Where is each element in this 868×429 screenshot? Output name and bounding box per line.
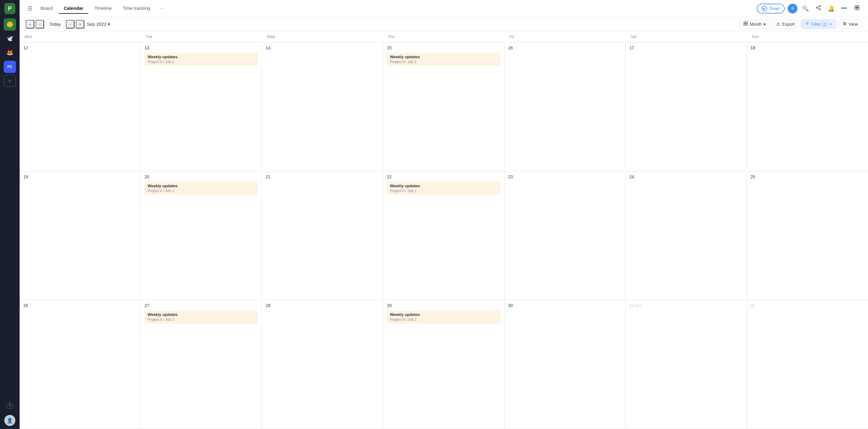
day-header-tue: Tue bbox=[141, 31, 262, 42]
nav-prev-button[interactable]: ‹ bbox=[36, 20, 44, 29]
calendar-cell-1-1[interactable]: 20Weekly updatesProject A / Job 1 bbox=[141, 171, 262, 300]
nav-first-button[interactable]: « bbox=[26, 20, 34, 29]
user-avatar[interactable]: 👤 bbox=[4, 415, 15, 426]
nav-next-button[interactable]: › bbox=[66, 20, 74, 29]
calendar-cell-2-5[interactable]: 01 Oct bbox=[626, 300, 747, 429]
view-type-selector[interactable]: Month ▾ bbox=[740, 20, 770, 29]
event-card-1-1-0[interactable]: Weekly updatesProject A / Job 1 bbox=[144, 182, 258, 195]
day-number: 28 bbox=[266, 303, 379, 308]
menu-icon[interactable]: ☰ bbox=[26, 3, 34, 14]
tab-timetracking[interactable]: Time tracking bbox=[118, 3, 155, 14]
day-header-fri: Fri bbox=[504, 31, 626, 42]
day-number: 17 bbox=[629, 45, 743, 50]
event-card-2-3-0[interactable]: Weekly updatesProject A / Job 1 bbox=[387, 310, 500, 324]
calendar-cell-0-5[interactable]: 17 bbox=[626, 42, 747, 171]
calendar-cell-2-6[interactable]: 02 bbox=[747, 300, 868, 429]
calendar-cell-0-2[interactable]: 14 bbox=[262, 42, 383, 171]
sidebar-item-bird[interactable]: 🕊️ bbox=[4, 32, 16, 45]
svg-point-2 bbox=[819, 8, 820, 10]
day-number: 21 bbox=[266, 174, 379, 179]
calendar-cell-2-1[interactable]: 27Weekly updatesProject A / Job 1 bbox=[141, 300, 262, 429]
view-settings-button[interactable]: View bbox=[839, 20, 862, 29]
calendar-cell-1-0[interactable]: 19 bbox=[20, 171, 141, 300]
bird-icon: 🕊️ bbox=[6, 35, 13, 42]
tab-timeline[interactable]: Timeline bbox=[90, 3, 117, 14]
sidebar-item-smiley[interactable]: 🙂 bbox=[4, 19, 16, 31]
today-button[interactable]: Today bbox=[45, 20, 65, 29]
day-number: 26 bbox=[23, 303, 137, 308]
calendar-cell-0-4[interactable]: 16 bbox=[504, 42, 626, 171]
sidebar-help[interactable]: ? bbox=[4, 400, 16, 412]
calendar-cell-1-4[interactable]: 23 bbox=[504, 171, 626, 300]
event-card-0-1-0[interactable]: Weekly updatesProject A / Job 1 bbox=[144, 53, 258, 66]
calendar-toolbar: « ‹ Today › » Sep 2022 ▾ Month ▾ Export bbox=[20, 17, 868, 31]
tab-calendar[interactable]: Calendar bbox=[59, 3, 88, 14]
calendar-cell-0-1[interactable]: 13Weekly updatesProject A / Job 1 bbox=[141, 42, 262, 171]
current-month-selector[interactable]: Sep 2022 ▾ bbox=[87, 22, 110, 27]
calendar-cell-1-3[interactable]: 22Weekly updatesProject A / Job 1 bbox=[383, 171, 504, 300]
tab-board[interactable]: Board bbox=[36, 3, 58, 14]
svg-rect-9 bbox=[744, 22, 745, 23]
calendar-cell-2-0[interactable]: 26 bbox=[20, 300, 141, 429]
event-card-1-3-0[interactable]: Weekly updatesProject A / Job 1 bbox=[387, 182, 500, 195]
day-number: 23 bbox=[508, 174, 622, 179]
share-button[interactable] bbox=[813, 4, 823, 13]
app-logo[interactable]: P bbox=[4, 3, 15, 14]
sidebar-bottom: ? 👤 bbox=[4, 400, 16, 426]
svg-rect-12 bbox=[746, 24, 748, 25]
event-subtitle: Project A / Job 1 bbox=[390, 189, 497, 193]
day-header-wed: Wed bbox=[262, 31, 383, 42]
layout-button[interactable] bbox=[852, 4, 862, 13]
top-nav: ☰ Board Calendar Timeline Time tracking … bbox=[20, 0, 868, 17]
calendar-cell-0-6[interactable]: 18 bbox=[747, 42, 868, 171]
more-tabs-icon[interactable]: ··· bbox=[156, 3, 167, 13]
event-card-2-1-0[interactable]: Weekly updatesProject A / Job 1 bbox=[144, 310, 258, 324]
day-number: 16 bbox=[508, 45, 622, 50]
day-number: 13 bbox=[144, 45, 258, 50]
calendar-cell-1-2[interactable]: 21 bbox=[262, 171, 383, 300]
search-button[interactable]: 🔍 bbox=[801, 4, 810, 13]
notifications-button[interactable]: 🔔 bbox=[826, 4, 836, 13]
day-number: 20 bbox=[144, 174, 258, 179]
calendar-cell-0-0[interactable]: 12 bbox=[20, 42, 141, 171]
month-chevron-icon: ▾ bbox=[108, 22, 110, 27]
calendar-cell-2-2[interactable]: 28 bbox=[262, 300, 383, 429]
sidebar-add-workspace[interactable]: + bbox=[4, 75, 16, 87]
more-options-button[interactable]: ••• bbox=[839, 4, 849, 13]
event-subtitle: Project A / Job 1 bbox=[390, 60, 497, 64]
calendar-cell-2-3[interactable]: 29Weekly updatesProject A / Job 1 bbox=[383, 300, 504, 429]
day-number: 24 bbox=[629, 174, 743, 179]
nav-last-button[interactable]: » bbox=[76, 20, 84, 29]
calendar-cell-0-3[interactable]: 15Weekly updatesProject A / Job 1 bbox=[383, 42, 504, 171]
day-number: 29 bbox=[387, 303, 500, 308]
share-icon bbox=[815, 5, 821, 12]
view-type-chevron: ▾ bbox=[764, 22, 766, 27]
sidebar-item-workspace[interactable]: PC bbox=[4, 61, 16, 73]
layout-icon bbox=[854, 5, 860, 12]
day-number: 25 bbox=[751, 174, 864, 179]
event-card-0-3-0[interactable]: Weekly updatesProject A / Job 1 bbox=[387, 53, 500, 66]
event-title: Weekly updates bbox=[390, 184, 497, 188]
view-label: View bbox=[849, 22, 858, 27]
day-number: 22 bbox=[387, 174, 500, 179]
filter-close-button[interactable]: ✕ bbox=[829, 22, 832, 26]
calendar-cell-1-5[interactable]: 24 bbox=[626, 171, 747, 300]
sidebar-item-fox[interactable]: 🦊 bbox=[4, 47, 16, 59]
day-header-sat: Sat bbox=[626, 31, 747, 42]
calendar-cell-1-6[interactable]: 25 bbox=[747, 171, 868, 300]
view-type-label: Month bbox=[750, 22, 762, 27]
event-title: Weekly updates bbox=[148, 312, 255, 317]
add-button[interactable]: + bbox=[788, 4, 798, 13]
calendar-grid: Mon Tue Wed Thu Fri Sat Sun 1213Weekly u… bbox=[20, 31, 868, 429]
calendar-cell-2-4[interactable]: 30 bbox=[504, 300, 626, 429]
day-number: 15 bbox=[387, 45, 500, 50]
event-subtitle: Project A / Job 1 bbox=[148, 60, 255, 64]
export-button[interactable]: Export bbox=[772, 20, 799, 29]
calendar-week-1: 1920Weekly updatesProject A / Job 12122W… bbox=[20, 171, 868, 300]
timer-button[interactable]: ▶ Timer bbox=[757, 4, 785, 13]
event-title: Weekly updates bbox=[148, 55, 255, 59]
day-number: 02 bbox=[751, 303, 864, 308]
day-number: 14 bbox=[266, 45, 379, 50]
filter-button[interactable]: Filter (1) ✕ bbox=[801, 20, 836, 29]
filter-icon bbox=[805, 22, 809, 27]
